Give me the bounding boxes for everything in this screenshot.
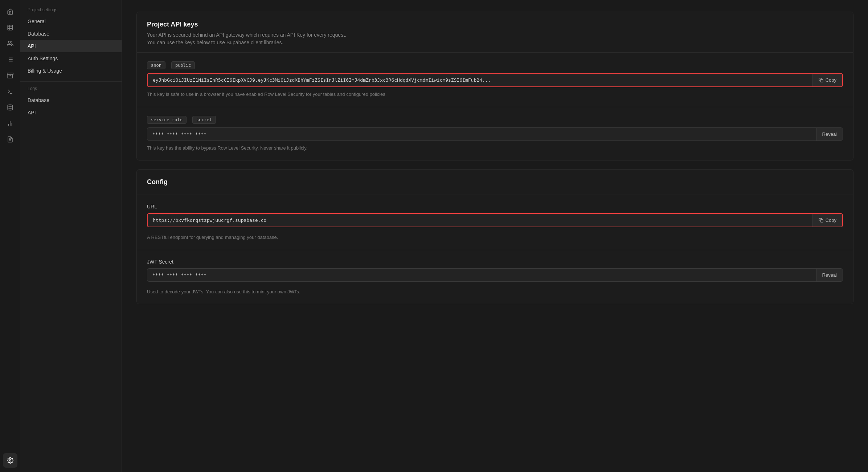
jwt-secret-field: **** **** **** **** Reveal — [147, 268, 843, 282]
jwt-secret-reveal-button[interactable]: Reveal — [816, 269, 843, 281]
svg-rect-21 — [820, 80, 823, 82]
service-role-reveal-label: Reveal — [822, 131, 837, 137]
table-icon-btn[interactable] — [3, 20, 17, 35]
anon-key-row: anon public eyJhbGciOiJIUzI1NiIsInR5cCI6… — [137, 53, 853, 107]
sidebar-item-auth-settings[interactable]: Auth Settings — [20, 52, 122, 65]
url-copy-button[interactable]: Copy — [812, 214, 842, 227]
users-icon-btn[interactable] — [3, 36, 17, 51]
anon-key-tags: anon public — [147, 61, 843, 69]
logs-title: Logs — [20, 86, 122, 94]
url-config-row: URL https://bxvfkorqstzpwjuucrgf.supabas… — [137, 195, 853, 250]
anon-key-hint: This key is safe to use in a browser if … — [147, 91, 843, 98]
settings-icon-btn[interactable] — [3, 453, 17, 468]
svg-rect-11 — [7, 73, 13, 74]
svg-rect-22 — [820, 220, 823, 222]
anon-key-field: eyJhbGciOiJIUzI1NiIsInR5cCI6IkpXVCJ9.eyJ… — [147, 73, 843, 87]
sidebar-item-logs-database[interactable]: Database — [20, 94, 122, 106]
api-keys-title: Project API keys — [147, 21, 843, 28]
url-value: https://bxvfkorqstzpwjuucrgf.supabase.co — [148, 214, 812, 227]
sidebar-item-logs-api[interactable]: API — [20, 106, 122, 119]
icon-sidebar — [0, 0, 20, 472]
anon-key-value: eyJhbGciOiJIUzI1NiIsInR5cCI6IkpXVCJ9.eyJ… — [148, 74, 812, 86]
svg-rect-0 — [8, 25, 13, 30]
nav-divider — [20, 81, 122, 82]
url-copy-icon — [819, 218, 823, 223]
config-body: URL https://bxvfkorqstzpwjuucrgf.supabas… — [137, 195, 853, 304]
database-icon-btn[interactable] — [3, 100, 17, 115]
service-role-tags: service_role secret — [147, 116, 843, 124]
service-role-key-row: service_role secret **** **** **** **** … — [137, 107, 853, 160]
config-section: Config URL https://bxvfkorqstzpwjuucrgf.… — [136, 169, 853, 304]
jwt-secret-row: JWT Secret **** **** **** **** Reveal Us… — [137, 250, 853, 304]
rows-icon-btn[interactable] — [3, 52, 17, 67]
config-title: Config — [147, 178, 843, 186]
config-header: Config — [137, 170, 853, 195]
svg-point-4 — [8, 41, 10, 43]
service-role-tag: service_role — [147, 116, 187, 124]
anon-key-copy-button[interactable]: Copy — [812, 74, 842, 86]
main-content: Project API keys Your API is secured beh… — [122, 0, 868, 472]
svg-point-20 — [9, 460, 11, 461]
url-field: https://bxvfkorqstzpwjuucrgf.supabase.co… — [147, 213, 843, 227]
api-keys-section: Project API keys Your API is secured beh… — [136, 12, 853, 160]
home-icon-btn[interactable] — [3, 4, 17, 19]
public-tag: public — [171, 61, 195, 69]
service-role-reveal-button[interactable]: Reveal — [816, 128, 843, 141]
api-keys-body: anon public eyJhbGciOiJIUzI1NiIsInR5cCI6… — [137, 53, 853, 160]
docs-icon-btn[interactable] — [3, 132, 17, 147]
terminal-icon-btn[interactable] — [3, 84, 17, 99]
jwt-secret-masked: **** **** **** **** — [147, 269, 816, 281]
service-role-key-masked: **** **** **** **** — [147, 128, 816, 141]
url-label: URL — [147, 204, 843, 209]
url-hint: A RESTful endpoint for querying and mana… — [147, 234, 843, 241]
url-copy-label: Copy — [826, 217, 836, 223]
secret-tag: secret — [192, 116, 216, 124]
jwt-secret-hint: Used to decode your JWTs. You can also u… — [147, 288, 843, 296]
copy-icon — [819, 78, 823, 82]
anon-key-copy-label: Copy — [826, 77, 836, 83]
url-content: https://bxvfkorqstzpwjuucrgf.supabase.co… — [147, 213, 843, 241]
sidebar-item-billing[interactable]: Billing & Usage — [20, 65, 122, 77]
chart-icon-btn[interactable] — [3, 116, 17, 131]
jwt-secret-label: JWT Secret — [147, 259, 843, 265]
api-keys-desc-line2: You can use the keys below to use Supaba… — [147, 40, 283, 45]
service-role-key-field: **** **** **** **** Reveal — [147, 127, 843, 141]
sidebar-item-general[interactable]: General — [20, 15, 122, 28]
api-keys-desc-line1: Your API is secured behind an API gatewa… — [147, 32, 346, 38]
sidebar-item-database[interactable]: Database — [20, 28, 122, 40]
service-role-hint: This key has the ability to bypass Row L… — [147, 145, 843, 152]
api-keys-header: Project API keys Your API is secured beh… — [137, 12, 853, 53]
project-settings-title: Project settings — [20, 7, 122, 15]
api-keys-desc: Your API is secured behind an API gatewa… — [147, 31, 843, 46]
nav-sidebar: Project settings General Database API Au… — [20, 0, 122, 472]
sidebar-item-api[interactable]: API — [20, 40, 122, 52]
jwt-secret-reveal-label: Reveal — [822, 272, 837, 278]
svg-point-14 — [8, 105, 13, 107]
storage-icon-btn[interactable] — [3, 68, 17, 83]
jwt-secret-content: **** **** **** **** Reveal Used to decod… — [147, 268, 843, 296]
anon-tag: anon — [147, 61, 165, 69]
